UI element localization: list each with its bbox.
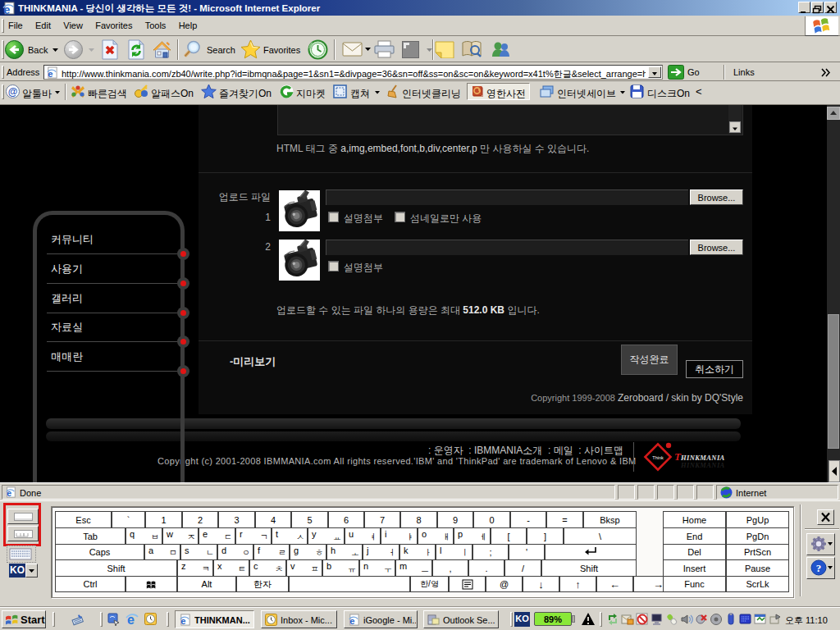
svg-text:HINKMANIA: HINKMANIA <box>680 461 725 469</box>
svg-text:Think: Think <box>652 455 664 460</box>
svg-text:@: @ <box>8 86 18 98</box>
svg-text:?: ? <box>816 562 822 574</box>
